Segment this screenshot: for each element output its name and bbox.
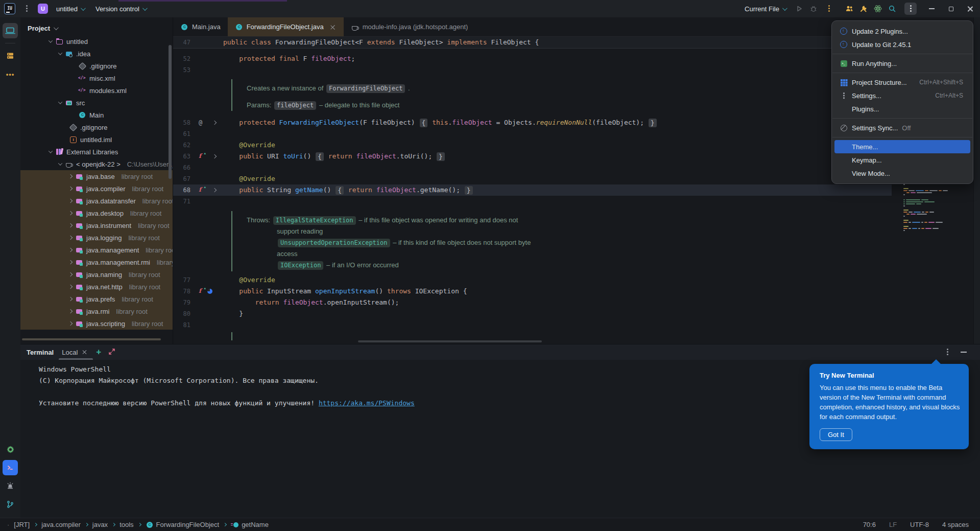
expand-terminal-button[interactable] (108, 348, 115, 357)
fold-region[interactable]: { (420, 119, 428, 127)
menu-item-view-mode[interactable]: View Mode... (834, 167, 970, 180)
tree-item-gitignore[interactable]: .gitignore (20, 60, 173, 72)
tree-vertical-scrollbar[interactable] (169, 45, 172, 179)
editor-hscrollbar-thumb[interactable] (358, 340, 542, 342)
chevron-collapsed-icon[interactable] (68, 272, 73, 276)
project-panel-header[interactable]: Project (20, 17, 173, 35)
tree-item-java-desktop[interactable]: java.desktoplibrary root (20, 207, 173, 219)
fold-chevron-icon[interactable] (212, 154, 217, 158)
more-actions-button[interactable] (904, 3, 917, 15)
run-configuration-selector[interactable]: Current File (742, 3, 789, 15)
chevron-collapsed-icon[interactable] (68, 211, 73, 215)
overriding-method-icon[interactable] (198, 288, 205, 295)
more-tool-windows-button[interactable]: ••• (3, 66, 18, 82)
breadcrumb-java-compiler[interactable]: java.compiler (41, 521, 81, 528)
terminal-tab-local[interactable]: Local (61, 344, 89, 360)
fold-chevron-icon[interactable] (212, 188, 217, 192)
fold-region[interactable]: { (316, 152, 324, 161)
vcs-widget[interactable]: Version control (92, 3, 149, 15)
chevron-expanded-icon[interactable] (58, 100, 62, 104)
tree-item-main[interactable]: Main (20, 109, 173, 121)
fold-region[interactable]: } (437, 152, 445, 161)
tree-item-untitled[interactable]: untitled (20, 35, 173, 48)
tree-item-java-prefs[interactable]: java.prefslibrary root (20, 293, 173, 305)
fold-region[interactable]: } (649, 119, 657, 127)
chevron-collapsed-icon[interactable] (68, 309, 73, 313)
tree-item-external-libraries[interactable]: External Libraries (20, 146, 173, 158)
overriding-method-icon[interactable] (198, 187, 205, 194)
chevron-expanded-icon[interactable] (49, 149, 53, 153)
tree-item-gitignore[interactable]: .gitignore (20, 121, 173, 133)
window-minimize-button[interactable] (922, 0, 941, 17)
tree-item-java-management[interactable]: java.managementlibrary root (20, 244, 173, 256)
tree-item-java-naming[interactable]: java.naminglibrary root (20, 268, 173, 281)
menu-item-theme[interactable]: Theme... (834, 140, 970, 153)
menu-item-update-2-plugins[interactable]: Update 2 Plugins... (834, 25, 970, 38)
tree-horizontal-scrollbar[interactable] (22, 338, 161, 340)
indent-style[interactable]: 4 spaces (942, 521, 969, 528)
fold-chevron-icon[interactable] (212, 121, 217, 125)
plugin-atom-button[interactable] (871, 2, 885, 16)
chevron-collapsed-icon[interactable] (68, 321, 73, 326)
annotation-gutter-icon[interactable]: @ (199, 119, 202, 126)
version-control-tool-button[interactable] (3, 497, 18, 512)
editor-tab-forwardingfileobject-java[interactable]: ForwardingFileObject.java (228, 17, 344, 36)
overriding-method-icon[interactable] (198, 153, 205, 160)
tree-item-java-compiler[interactable]: java.compilerlibrary root (20, 182, 173, 195)
terminal-tool-button[interactable] (3, 460, 18, 475)
chevron-expanded-icon[interactable] (58, 161, 62, 165)
chevron-expanded-icon[interactable] (58, 51, 62, 55)
chevron-collapsed-icon[interactable] (68, 223, 73, 227)
chevron-collapsed-icon[interactable] (68, 236, 73, 240)
window-restore-button[interactable] (941, 0, 961, 17)
breadcrumb-tools[interactable]: tools (119, 521, 133, 528)
debug-button[interactable] (806, 2, 821, 16)
editor-tab-module-info-java-jdk-hotspot-agent[interactable]: module-info.java (jdk.hotspot.agent) (344, 17, 475, 36)
tree-item-java-instrument[interactable]: java.instrumentlibrary root (20, 219, 173, 232)
breadcrumb-javax[interactable]: javax (92, 521, 108, 528)
code-with-me-button[interactable] (842, 2, 856, 16)
tree-item-idea[interactable]: .idea (20, 48, 173, 60)
project-tool-button[interactable] (3, 23, 18, 38)
breadcrumb-jrt[interactable]: [JRT] (14, 521, 30, 528)
window-close-button[interactable] (961, 0, 980, 17)
caret-position[interactable]: 70:6 (863, 521, 876, 528)
chevron-collapsed-icon[interactable] (68, 285, 73, 289)
breadcrumb-forwardingfileobject[interactable]: ForwardingFileObject (146, 521, 220, 529)
menu-item-settings-sync[interactable]: Settings Sync...Off (834, 121, 970, 134)
menu-item-settings[interactable]: Settings...Ctrl+Alt+S (834, 89, 970, 102)
chevron-collapsed-icon[interactable] (68, 199, 73, 203)
run-more-actions-button[interactable] (823, 3, 835, 15)
project-widget[interactable]: untitled (53, 3, 87, 15)
tree-item-java-scripting[interactable]: java.scriptinglibrary root (20, 317, 173, 330)
fold-region[interactable]: { (336, 186, 344, 195)
commit-tool-button[interactable] (3, 48, 18, 63)
terminal-link[interactable]: https://aka.ms/PSWindows (319, 399, 415, 407)
tree-item-src[interactable]: src (20, 97, 173, 109)
tree-item-java-net-http[interactable]: java.net.httplibrary root (20, 281, 173, 293)
run-button[interactable] (792, 2, 806, 16)
tree-item-java-logging[interactable]: java.logginglibrary root (20, 232, 173, 244)
terminal-options-button[interactable] (941, 346, 953, 358)
line-separator[interactable]: LF (889, 521, 897, 528)
menu-item-keymap[interactable]: Keymap... (834, 153, 970, 167)
new-terminal-tab-button[interactable]: + (96, 344, 101, 360)
tree-item-untitled-iml[interactable]: untitled.iml (20, 133, 173, 146)
menu-item-plugins[interactable]: Plugins... (834, 102, 970, 116)
menu-item-run-anything[interactable]: Run Anything... (834, 57, 970, 70)
tree-item-java-base[interactable]: java.baselibrary root (20, 170, 173, 182)
tree-item-java-datatransfer[interactable]: java.datatransferlibrary root (20, 195, 173, 207)
services-tool-button[interactable] (3, 442, 18, 457)
chevron-expanded-icon[interactable] (49, 38, 53, 42)
chevron-collapsed-icon[interactable] (68, 187, 73, 191)
chevron-collapsed-icon[interactable] (68, 248, 73, 252)
chevron-collapsed-icon[interactable] (68, 260, 73, 264)
close-icon[interactable] (82, 349, 88, 355)
recursion-icon[interactable] (207, 289, 212, 294)
main-menu-button[interactable] (20, 3, 33, 15)
close-icon[interactable] (329, 24, 337, 31)
tree-item-openjdk-22[interactable]: < openjdk-22 >C:\Users\User\.jdks (20, 158, 173, 170)
tree-item-java-rmi[interactable]: java.rmilibrary root (20, 305, 173, 317)
got-it-button[interactable]: Got It (820, 428, 852, 441)
notifications-button[interactable] (3, 478, 18, 494)
